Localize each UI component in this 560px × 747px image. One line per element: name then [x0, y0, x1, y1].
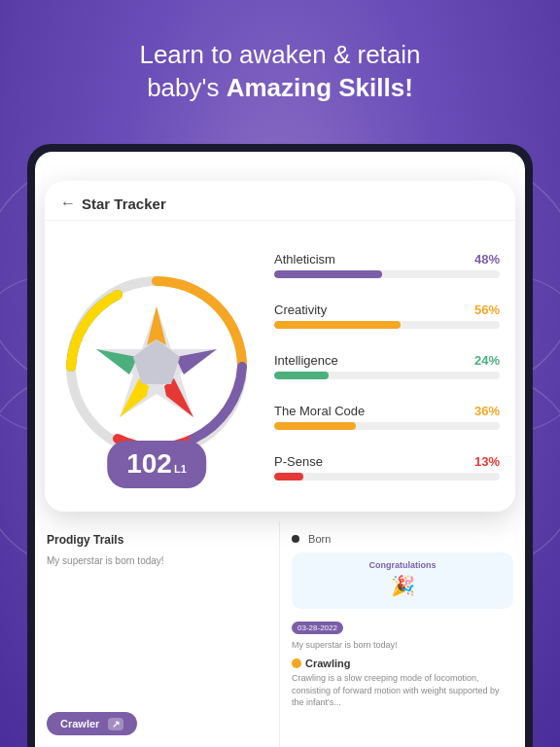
back-arrow-icon[interactable]: ←	[60, 195, 76, 212]
timeline-date: 03-28-2022	[292, 622, 343, 634]
skill-row-intelligence: Intelligence 24%	[274, 353, 500, 379]
prodigy-title: Prodigy Trails	[47, 533, 267, 547]
skill-row-moral: The Moral Code 36%	[274, 404, 500, 430]
crawler-badge[interactable]: Crawler ↗	[47, 712, 137, 735]
score-level: L1	[174, 463, 187, 475]
headline-section: Learn to awaken & retain baby's Amazing …	[0, 39, 560, 105]
headline-line2: baby's Amazing Skills!	[0, 72, 560, 105]
headline-bold: Amazing Skills!	[227, 73, 413, 102]
skill-name-moral: The Moral Code	[274, 404, 365, 418]
crawler-link-icon: ↗	[108, 718, 123, 730]
timeline-dot-born	[292, 535, 299, 543]
skill-bar-bg-moral	[274, 422, 500, 430]
congrats-box: Congratulations 🎉	[292, 552, 513, 609]
crawling-title: Crawling	[305, 658, 350, 669]
headline-line1: Learn to awaken & retain	[0, 39, 560, 72]
timeline-message: My superstar is born today!	[292, 640, 513, 650]
skill-bar-fill-intelligence	[274, 372, 329, 379]
skill-row-athleticism: Athleticism 48%	[274, 252, 500, 278]
bottom-section: Prodigy Trails My superstar is born toda…	[35, 521, 525, 747]
device-frame: ← Star Tracker	[27, 144, 533, 747]
crawling-section: Crawling Crawling is a slow creeping mod…	[292, 658, 513, 709]
skill-bar-fill-psense	[274, 473, 303, 480]
skill-bar-bg-creativity	[274, 321, 500, 329]
congrats-text: Congratulations	[299, 560, 506, 570]
card-header: ← Star Tracker	[45, 181, 515, 221]
svg-marker-16	[133, 339, 180, 384]
star-tracker-card: ← Star Tracker	[45, 181, 515, 512]
skill-bar-fill-creativity	[274, 321, 401, 329]
skill-name-creativity: Creativity	[274, 302, 327, 317]
skill-bar-fill-athleticism	[274, 270, 382, 278]
skill-pct-athleticism: 48%	[474, 252, 500, 267]
crawling-dot	[292, 658, 301, 668]
device-screen: ← Star Tracker	[35, 152, 525, 747]
skill-pct-intelligence: 24%	[474, 353, 500, 368]
skill-row-creativity: Creativity 56%	[274, 302, 500, 329]
skill-row-psense: P-Sense 13%	[274, 454, 500, 480]
skill-bar-fill-moral	[274, 422, 356, 430]
skill-bar-bg-athleticism	[274, 270, 500, 278]
star-visualization: 102 L1	[54, 236, 259, 496]
skill-name-athleticism: Athleticism	[274, 252, 335, 267]
crawling-desc: Crawling is a slow creeping mode of loco…	[292, 672, 513, 709]
score-value: 102	[126, 448, 172, 480]
star-svg	[59, 269, 254, 464]
skill-pct-moral: 36%	[474, 404, 500, 418]
card-body: 102 L1 Athleticism 48%	[45, 221, 515, 512]
skill-name-psense: P-Sense	[274, 454, 323, 469]
card-title: Star Tracker	[82, 196, 166, 212]
score-badge: 102 L1	[107, 441, 206, 488]
congrats-figure-icon: 🎉	[299, 574, 506, 597]
skill-bar-bg-psense	[274, 473, 500, 480]
skill-bar-bg-intelligence	[274, 372, 500, 379]
skill-name-intelligence: Intelligence	[274, 353, 338, 368]
timeline-born: Born	[292, 533, 513, 545]
skills-panel: Athleticism 48% Creativity 56%	[274, 236, 500, 496]
prodigy-panel: Prodigy Trails My superstar is born toda…	[35, 521, 280, 747]
prodigy-text: My superstar is born today!	[47, 554, 267, 568]
skill-pct-creativity: 56%	[474, 302, 500, 317]
skill-pct-psense: 13%	[474, 454, 500, 469]
timeline-panel: Born Congratulations 🎉 03-28-2022 My sup…	[280, 521, 525, 747]
